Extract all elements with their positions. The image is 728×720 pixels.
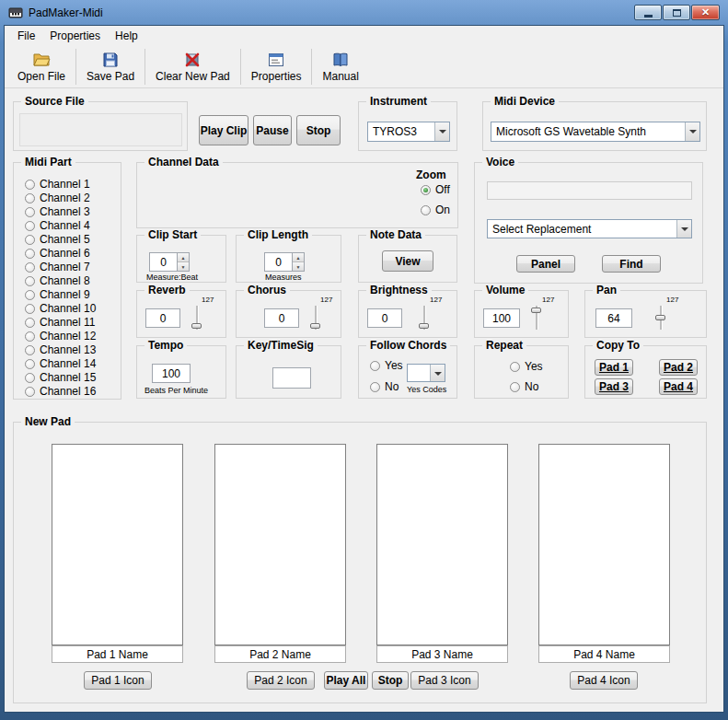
repeat-yes-radio[interactable]: Yes bbox=[510, 360, 543, 373]
channel-15-radio[interactable]: Channel 15 bbox=[25, 371, 96, 384]
reverb-input[interactable] bbox=[145, 308, 180, 328]
channel-7-radio[interactable]: Channel 7 bbox=[25, 261, 90, 273]
slider-thumb[interactable] bbox=[655, 315, 665, 320]
slider-thumb[interactable] bbox=[531, 308, 541, 313]
stop-button[interactable]: Stop bbox=[296, 115, 341, 145]
play-clip-button[interactable]: Play Clip bbox=[199, 115, 248, 145]
chevron-down-icon[interactable] bbox=[676, 220, 691, 238]
find-button[interactable]: Find bbox=[602, 255, 661, 273]
clip-length-input[interactable] bbox=[264, 252, 292, 272]
pan-label: Pan bbox=[593, 284, 620, 296]
toolbar-properties-button[interactable]: Properties bbox=[243, 46, 310, 87]
toolbar-save-pad-button[interactable]: Save Pad bbox=[78, 46, 143, 87]
clip-start-spinner[interactable]: ▲ ▼ bbox=[149, 252, 190, 272]
title-bar[interactable]: PadMaker-Midi ✕ bbox=[0, 0, 728, 25]
copy-to-pad-3-button[interactable]: Pad 3 bbox=[595, 378, 633, 395]
spin-up-icon[interactable]: ▲ bbox=[293, 253, 304, 262]
pad-3-icon-button[interactable]: Pad 3 Icon bbox=[410, 671, 479, 690]
spin-up-icon[interactable]: ▲ bbox=[178, 253, 189, 262]
menu-properties[interactable]: Properties bbox=[42, 27, 108, 45]
midi-device-group: Midi Device Microsoft GS Wavetable Synth bbox=[482, 101, 707, 151]
brightness-slider[interactable] bbox=[418, 305, 431, 331]
channel-5-radio[interactable]: Channel 5 bbox=[25, 233, 90, 246]
copy-to-pad-1-button[interactable]: Pad 1 bbox=[595, 359, 633, 376]
pad-4-listbox[interactable] bbox=[538, 444, 670, 645]
menu-file[interactable]: File bbox=[10, 27, 42, 45]
pad-4-name-input[interactable] bbox=[538, 645, 670, 663]
tempo-input[interactable] bbox=[152, 364, 191, 383]
voice-replacement-select[interactable]: Select Replacement bbox=[487, 219, 692, 238]
pad-4-icon-button[interactable]: Pad 4 Icon bbox=[570, 671, 638, 690]
play-all-button[interactable]: Play All bbox=[324, 671, 368, 690]
channel-12-radio[interactable]: Channel 12 bbox=[25, 330, 96, 343]
pad-2-icon-button[interactable]: Pad 2 Icon bbox=[247, 671, 315, 690]
key-timesig-input[interactable] bbox=[272, 367, 311, 389]
pad-3-listbox[interactable] bbox=[376, 444, 508, 645]
copy-to-pad-2-button[interactable]: Pad 2 bbox=[659, 359, 698, 376]
clip-start-input[interactable] bbox=[149, 252, 177, 272]
channel-4-radio[interactable]: Channel 4 bbox=[25, 219, 90, 232]
volume-input[interactable] bbox=[483, 308, 520, 328]
channel-1-radio[interactable]: Channel 1 bbox=[25, 178, 90, 191]
zoom-on-radio[interactable]: On bbox=[421, 203, 450, 216]
channel-14-radio[interactable]: Channel 14 bbox=[25, 357, 96, 370]
midi-device-select[interactable]: Microsoft GS Wavetable Synth bbox=[491, 122, 700, 142]
channel-8-radio[interactable]: Channel 8 bbox=[25, 274, 90, 287]
pan-slider[interactable] bbox=[654, 305, 667, 331]
minimize-button[interactable] bbox=[634, 5, 662, 20]
slider-thumb[interactable] bbox=[191, 323, 202, 329]
brightness-input[interactable] bbox=[367, 308, 402, 328]
clip-length-spinner[interactable]: ▲ ▼ bbox=[264, 252, 305, 272]
instrument-select[interactable]: TYROS3 bbox=[367, 122, 450, 142]
pause-button[interactable]: Pause bbox=[253, 115, 292, 145]
panel-button[interactable]: Panel bbox=[516, 255, 575, 273]
toolbar-clear-new-pad-button[interactable]: Clear New Pad bbox=[147, 46, 238, 87]
reverb-slider[interactable] bbox=[191, 305, 203, 331]
toolbar-separator bbox=[240, 49, 241, 85]
copy-to-pad-4-button[interactable]: Pad 4 bbox=[659, 378, 698, 395]
pad-1-name-input[interactable] bbox=[52, 645, 183, 663]
zoom-off-radio[interactable]: Off bbox=[421, 183, 450, 196]
close-button[interactable]: ✕ bbox=[691, 5, 720, 20]
channel-11-radio[interactable]: Channel 11 bbox=[25, 316, 96, 329]
chevron-down-icon[interactable] bbox=[430, 365, 445, 381]
channel-6-radio[interactable]: Channel 6 bbox=[25, 247, 90, 260]
view-button[interactable]: View bbox=[382, 250, 433, 272]
pan-input[interactable] bbox=[595, 308, 632, 328]
spin-down-icon[interactable]: ▼ bbox=[293, 262, 304, 271]
zoom-on-label: On bbox=[435, 203, 450, 216]
follow-chords-no-radio[interactable]: No bbox=[370, 380, 399, 393]
chorus-input[interactable] bbox=[264, 308, 299, 328]
follow-chords-select[interactable] bbox=[407, 364, 445, 382]
pad-2-name-input[interactable] bbox=[214, 645, 346, 663]
pad-2-listbox[interactable] bbox=[214, 444, 346, 645]
channel-9-radio[interactable]: Channel 9 bbox=[25, 288, 90, 301]
pad-3-name-input[interactable] bbox=[376, 645, 508, 663]
pad-1-icon-button[interactable]: Pad 1 Icon bbox=[84, 671, 152, 690]
volume-slider[interactable] bbox=[530, 305, 543, 331]
channel-2-radio[interactable]: Channel 2 bbox=[25, 192, 90, 204]
maximize-button[interactable] bbox=[663, 5, 690, 20]
repeat-no-radio[interactable]: No bbox=[510, 380, 538, 393]
radio-dot bbox=[25, 221, 35, 231]
pads-stop-button[interactable]: Stop bbox=[372, 671, 409, 690]
chorus-slider[interactable] bbox=[309, 305, 322, 331]
voice-field[interactable] bbox=[487, 181, 692, 200]
channel-3-radio[interactable]: Channel 3 bbox=[25, 205, 90, 218]
yes-codes-label: Yes Codes bbox=[407, 385, 446, 394]
spin-down-icon[interactable]: ▼ bbox=[178, 262, 189, 271]
channel-16-radio[interactable]: Channel 16 bbox=[25, 385, 96, 398]
follow-chords-yes-radio[interactable]: Yes bbox=[370, 359, 403, 372]
slider-thumb[interactable] bbox=[310, 323, 320, 329]
toolbar-open-file-button[interactable]: Open File bbox=[9, 46, 74, 87]
toolbar-manual-button[interactable]: Manual bbox=[314, 46, 366, 87]
menu-help[interactable]: Help bbox=[108, 27, 145, 45]
chevron-down-icon[interactable] bbox=[685, 122, 699, 141]
chevron-down-icon[interactable] bbox=[434, 122, 449, 141]
channel-10-radio[interactable]: Channel 10 bbox=[25, 302, 96, 315]
spinner-buttons: ▲ ▼ bbox=[177, 252, 190, 272]
channel-13-radio[interactable]: Channel 13 bbox=[25, 343, 96, 356]
pad-1-listbox[interactable] bbox=[52, 444, 183, 645]
toolbar-clear-new-pad-label: Clear New Pad bbox=[156, 70, 230, 83]
slider-thumb[interactable] bbox=[419, 323, 429, 329]
